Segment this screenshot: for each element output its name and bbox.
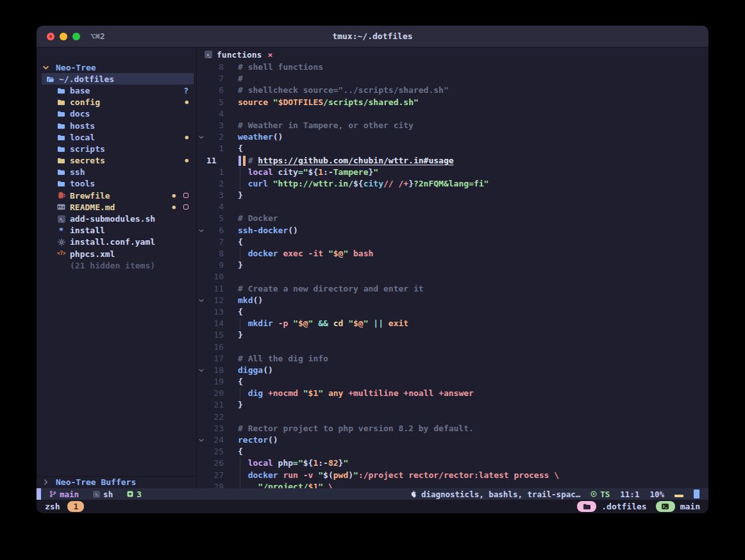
code-line[interactable]: 24rector() <box>197 434 708 446</box>
code-line[interactable]: 14 mkdir -p "$@" && cd "$@" || exit <box>197 318 708 329</box>
code-line[interactable]: 7{ <box>197 236 708 248</box>
code-line-text: } <box>238 399 708 411</box>
code-area[interactable]: 8# shell functions7#6# shellcheck source… <box>197 62 708 488</box>
fold-column <box>197 97 206 108</box>
fold-column <box>197 423 206 434</box>
code-line[interactable]: 26 local php="${1:-82}" <box>197 457 708 469</box>
tree-item-docs[interactable]: docs <box>37 108 196 120</box>
window-title: tmux:~/.dotfiles <box>37 31 708 41</box>
code-line[interactable]: 4 <box>197 201 708 213</box>
code-line[interactable]: 6# shellcheck source="../scripts/shared.… <box>197 85 708 96</box>
line-number: 12 <box>206 295 224 306</box>
code-line[interactable]: 11# Create a new directory and enter it <box>197 283 708 295</box>
tree-item-install[interactable]: *install <box>37 225 196 236</box>
fold-column <box>197 399 206 411</box>
line-number: 6 <box>206 225 224 236</box>
code-line[interactable]: 1{ <box>197 143 708 154</box>
folder-icon <box>56 169 67 176</box>
tree-item--dotfiles[interactable]: ~/.dotfiles <box>42 73 194 85</box>
folder-icon <box>56 99 67 106</box>
code-line[interactable]: 19{ <box>197 376 708 388</box>
tree-item-phpcs-xml[interactable]: <?>phpcs.xml <box>37 248 196 259</box>
tree-item-brewfile[interactable]: Brewfile● <box>37 190 196 201</box>
tree-item-secrets[interactable]: secrets● <box>37 155 196 167</box>
tree-item-local[interactable]: local● <box>37 131 196 143</box>
code-line[interactable]: 5# Docker <box>197 213 708 224</box>
neo-tree-buffers-header[interactable]: Neo-Tree Buffers <box>37 477 196 488</box>
code-line[interactable]: 3# Weather in Tampere, or other city <box>197 120 708 131</box>
code-line[interactable]: 22 <box>197 411 708 423</box>
tree-item-tools[interactable]: tools <box>37 178 196 190</box>
code-line-text <box>238 201 708 213</box>
code-line[interactable]: 12mkd() <box>197 295 708 306</box>
tab-functions[interactable]: functions <box>217 50 262 60</box>
code-line[interactable]: 21} <box>197 399 708 411</box>
indent-guide <box>240 248 240 259</box>
tree-item--21-hidden-items-[interactable]: (21 hidden items) <box>37 259 196 271</box>
code-line[interactable]: 11 # https://github.com/chubin/wttr.in#u… <box>197 155 708 167</box>
code-line[interactable]: 1 local city="${1:-Tampere}" <box>197 167 708 178</box>
tmux-session-dir: .dotfiles <box>601 502 646 511</box>
code-line[interactable]: 17# All the dig info <box>197 353 708 365</box>
code-line[interactable]: 7# <box>197 73 708 85</box>
code-line[interactable]: 8# shell functions <box>197 62 708 73</box>
git-branch-name: main <box>60 490 79 499</box>
scrollbar-thumb[interactable] <box>694 490 699 498</box>
code-line-text: { <box>238 446 708 457</box>
tree-item-add-submodules-sh[interactable]: >_add-submodules.sh <box>37 213 196 224</box>
code-line-text: mkd() <box>238 295 708 306</box>
tree-item-install-conf-yaml[interactable]: install.conf.yaml <box>37 236 196 248</box>
tmux-window-index-pill[interactable]: 1 <box>67 501 84 512</box>
fold-chevron-icon[interactable] <box>197 131 206 143</box>
php-icon: <?> <box>56 251 67 256</box>
line-number: 28 <box>206 481 224 488</box>
code-line[interactable]: 15} <box>197 329 708 341</box>
code-line[interactable]: 27 docker run -v "$(pwd)":/project recto… <box>197 470 708 481</box>
code-line[interactable]: 6ssh-docker() <box>197 225 708 236</box>
tree-item-config[interactable]: config● <box>37 97 196 108</box>
code-line[interactable]: 28 "/project/$1" \ <box>197 481 708 488</box>
fold-chevron-icon[interactable] <box>197 295 206 306</box>
code-line[interactable]: 4 <box>197 108 708 120</box>
line-number: 1 <box>206 143 224 154</box>
file-tree: ~/.dotfilesbase?config●docshostslocal●sc… <box>37 73 196 271</box>
fold-chevron-icon[interactable] <box>197 434 206 446</box>
line-number: 5 <box>206 213 224 224</box>
tmux-window-zsh[interactable]: zsh <box>45 502 60 511</box>
code-line[interactable]: 5source "$DOTFILES/scripts/shared.sh" <box>197 97 708 108</box>
treesitter-label: TS <box>600 490 610 499</box>
fold-chevron-icon[interactable] <box>197 365 206 376</box>
code-line[interactable]: 10 <box>197 271 708 283</box>
neo-tree-header[interactable]: Neo-Tree <box>37 62 196 73</box>
fold-column <box>197 411 206 423</box>
code-line[interactable]: 18digga() <box>197 365 708 376</box>
code-line-text: } <box>238 259 708 271</box>
code-line[interactable]: 23# Rector project to php version 8.2 by… <box>197 423 708 434</box>
git-modified-dot-icon: ● <box>185 99 188 105</box>
fold-chevron-icon[interactable] <box>197 225 206 236</box>
folder-icon <box>56 134 67 141</box>
line-number: 25 <box>206 446 224 457</box>
line-number: 15 <box>206 329 224 341</box>
code-line[interactable]: 16 <box>197 342 708 353</box>
code-line[interactable]: 8 docker exec -it "$@" bash <box>197 248 708 259</box>
close-icon[interactable]: × <box>267 50 272 60</box>
tree-item-base[interactable]: base? <box>37 85 196 96</box>
tree-item-ssh[interactable]: ssh <box>37 167 196 178</box>
code-line-text: local php="${1:-82}" <box>238 457 708 469</box>
tree-item-readme-md[interactable]: README.md● <box>37 201 196 213</box>
code-line[interactable]: 9} <box>197 259 708 271</box>
code-line[interactable]: 20 dig +nocmd "$1" any +multiline +noall… <box>197 388 708 399</box>
line-number: 4 <box>206 108 224 120</box>
tree-item-label: docs <box>67 109 90 119</box>
code-line[interactable]: 2weather() <box>197 131 708 143</box>
editor-pane[interactable]: >_ functions × 8# shell functions7#6# sh… <box>197 47 708 488</box>
code-line[interactable]: 13{ <box>197 306 708 318</box>
indent-guide <box>240 470 240 481</box>
code-line[interactable]: 3} <box>197 190 708 201</box>
code-line[interactable]: 25{ <box>197 446 708 457</box>
line-number: 2 <box>206 131 224 143</box>
code-line[interactable]: 2 curl "http://wttr.in/${city// /+}?2nFQ… <box>197 178 708 190</box>
tree-item-scripts[interactable]: scripts <box>37 143 196 154</box>
tree-item-hosts[interactable]: hosts <box>37 120 196 131</box>
